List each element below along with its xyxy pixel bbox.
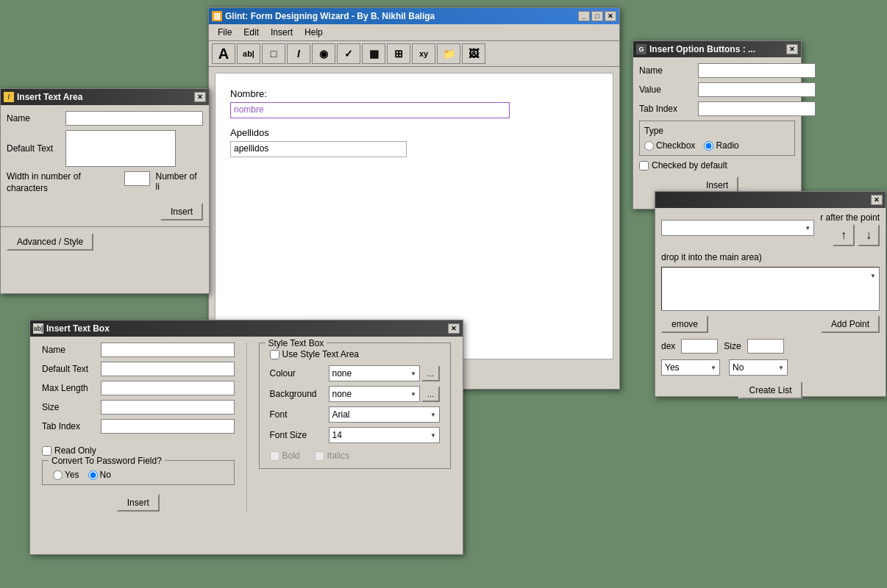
index-input[interactable] (681, 339, 718, 354)
password-radio-row: Yes No (47, 470, 229, 480)
ob-tabidx-label: Tab Index (639, 104, 698, 114)
width-row: Width in number of characters Number of … (1, 171, 209, 194)
text-area-title-bar[interactable]: / Insert Text Area ✕ (1, 89, 209, 105)
text-box-title-bar[interactable]: ab| Insert Text Box ✕ (30, 320, 463, 337)
tb-name-input[interactable] (101, 343, 235, 357)
ob-tabidx-input[interactable] (698, 101, 816, 116)
toolbar-textbox-btn[interactable]: ab| (237, 43, 260, 64)
down-arrow-btn[interactable]: ↓ (858, 224, 880, 246)
right-panel-close-btn[interactable]: ✕ (871, 195, 883, 205)
toolbar-rect-btn[interactable]: □ (262, 43, 285, 64)
italics-label[interactable]: Italics (315, 451, 350, 461)
tb-size-row: Size (36, 400, 241, 415)
remove-btn[interactable]: emove (661, 315, 708, 333)
password-yes-radio[interactable] (53, 470, 63, 480)
tb-maxlen-row: Max Length (36, 381, 241, 395)
rp-list-arrow: ▼ (870, 273, 876, 279)
minimize-btn[interactable]: _ (578, 11, 590, 21)
right-panel-title-bar[interactable]: ✕ (655, 192, 886, 208)
toolbar-text-btn[interactable]: A (212, 43, 235, 64)
main-title-bar[interactable]: 🖼 Glint: Form Designing Wizard - By B. N… (209, 8, 619, 24)
tb-insert-btn[interactable]: Insert (117, 494, 160, 512)
ob-name-label: Name (639, 65, 698, 76)
rp-yes-dropdown[interactable]: Yes ▼ (661, 359, 720, 376)
toolbar-image-btn[interactable]: 🖼 (462, 43, 485, 64)
password-no-radio[interactable] (88, 470, 98, 480)
bg-dropdown-arrow: ▼ (410, 391, 416, 398)
advanced-style-btn[interactable]: Advanced / Style (7, 233, 93, 251)
rp-dropdown1[interactable]: ▼ (661, 220, 814, 236)
italics-text: Italics (327, 451, 350, 461)
insert-btn[interactable]: Insert (160, 203, 203, 220)
after-point-label: r after the point (820, 212, 880, 223)
ob-checkbox-radio[interactable] (644, 141, 654, 151)
bg-browse-btn[interactable]: ... (421, 386, 440, 402)
toolbar-check-btn[interactable]: ✓ (337, 43, 360, 64)
tb-tabidx-row: Tab Index (36, 419, 241, 434)
width-input[interactable] (124, 171, 150, 186)
menu-edit[interactable]: Edit (238, 26, 265, 39)
tb-size-label: Size (42, 402, 101, 412)
menu-insert[interactable]: Insert (265, 26, 299, 39)
toolbar-table-btn[interactable]: ⊞ (387, 43, 410, 64)
tb-default-input[interactable] (101, 362, 235, 376)
font-size-dropdown[interactable]: 14 ▼ (329, 427, 441, 443)
menu-bar: File Edit Insert Help (209, 24, 619, 41)
ob-radio-radio[interactable] (704, 141, 713, 151)
canvas-input-apellidos[interactable]: apellidos (230, 141, 407, 157)
tb-maxlen-input[interactable] (101, 381, 235, 395)
ob-name-input[interactable] (698, 63, 816, 78)
italics-checkbox[interactable] (315, 451, 324, 461)
toolbar-italic-btn[interactable]: I (287, 43, 310, 64)
password-yes-label[interactable]: Yes (53, 470, 79, 480)
option-btns-icon: G (636, 44, 646, 54)
text-area-close-btn[interactable]: ✕ (194, 92, 206, 102)
ob-checkbox-label[interactable]: Checkbox (644, 140, 695, 151)
password-no-label[interactable]: No (88, 470, 111, 480)
main-canvas: Nombre: nombre Apellidos apellidos (215, 73, 613, 359)
ob-checked-checkbox[interactable] (639, 161, 649, 171)
menu-file[interactable]: File (212, 26, 238, 39)
up-arrow-btn[interactable]: ↑ (833, 224, 855, 246)
default-text-row: Default Text (1, 130, 209, 167)
ob-value-input[interactable] (698, 82, 816, 97)
colour-browse-btn[interactable]: ... (421, 365, 440, 381)
ob-radio-label[interactable]: Radio (704, 140, 738, 151)
option-btns-title-bar[interactable]: G Insert Option Buttons : ... ✕ (633, 41, 801, 57)
toolbar-radio-btn[interactable]: ◉ (312, 43, 335, 64)
rp-list-dropdown[interactable]: ▼ (662, 268, 879, 284)
bg-dropdown[interactable]: none ▼ (329, 386, 420, 402)
use-style-checkbox[interactable] (270, 350, 279, 359)
ob-checked-row: Checked by default (633, 160, 801, 171)
close-btn[interactable]: ✕ (605, 11, 616, 21)
password-group: Convert To Password Field? Yes No (42, 460, 235, 485)
bold-checkbox[interactable] (270, 451, 279, 461)
text-box-close-btn[interactable]: ✕ (448, 323, 460, 334)
rp-no-dropdown[interactable]: No ▼ (729, 359, 788, 376)
toolbar-xy-btn[interactable]: xy (412, 43, 435, 64)
read-only-row: Read Only (36, 445, 241, 456)
option-btns-close-btn[interactable]: ✕ (786, 44, 798, 54)
toolbar-folder-btn[interactable]: 📁 (437, 43, 460, 64)
name-row: Name (1, 111, 209, 126)
size-label: Size (724, 341, 741, 351)
tb-tabidx-input[interactable] (101, 419, 235, 434)
tb-size-input[interactable] (101, 400, 235, 415)
toolbar-grid-btn[interactable]: ▦ (362, 43, 385, 64)
create-list-btn[interactable]: Create List (738, 381, 802, 399)
font-row: Font Arial ▼ (264, 406, 446, 423)
rp-list-area[interactable]: ▼ (661, 267, 880, 311)
add-point-btn[interactable]: Add Point (821, 315, 880, 333)
read-only-checkbox[interactable] (42, 446, 51, 456)
bold-label[interactable]: Bold (270, 451, 300, 461)
font-dropdown[interactable]: Arial ▼ (329, 406, 441, 423)
default-text-input[interactable] (65, 130, 176, 167)
menu-help[interactable]: Help (299, 26, 329, 39)
insert-text-box-window: ab| Insert Text Box ✕ Name Default Text … (29, 320, 463, 555)
size-input[interactable]: 5 (747, 339, 784, 354)
maximize-btn[interactable]: □ (591, 11, 603, 21)
colour-dropdown[interactable]: none ▼ (329, 365, 420, 381)
password-group-title: Convert To Password Field? (49, 456, 165, 466)
name-input[interactable] (65, 111, 203, 126)
canvas-input-nombre[interactable]: nombre (230, 102, 510, 118)
